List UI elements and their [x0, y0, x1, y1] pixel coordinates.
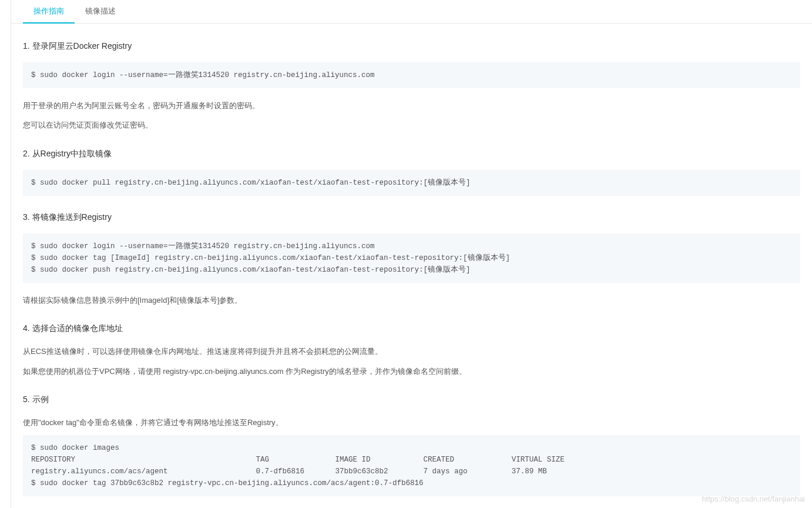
- tab-operation-guide[interactable]: 操作指南: [23, 0, 75, 24]
- section5-code1: $ sudo docker images REPOSITORY TAG IMAG…: [23, 435, 800, 496]
- section4-title: 4. 选择合适的镜像仓库地址: [23, 323, 800, 334]
- section2-title: 2. 从Registry中拉取镜像: [23, 149, 800, 159]
- section5-desc1: 使用"docker tag"命令重命名镜像，并将它通过专有网络地址推送至Regi…: [23, 416, 800, 429]
- section1-title: 1. 登录阿里云Docker Registry: [23, 41, 800, 52]
- tab-bar: 操作指南 镜像描述: [11, 0, 812, 24]
- content-area: 1. 登录阿里云Docker Registry $ sudo docker lo…: [11, 24, 812, 508]
- section1-code: $ sudo docker login --username=一路微笑13145…: [23, 62, 800, 88]
- section1-desc2: 您可以在访问凭证页面修改凭证密码。: [23, 118, 800, 132]
- section5-title: 5. 示例: [23, 395, 800, 405]
- section2-code: $ sudo docker pull registry.cn-beijing.a…: [23, 170, 800, 196]
- section4-desc1: 从ECS推送镜像时，可以选择使用镜像仓库内网地址。推送速度将得到提升并且将不会损…: [23, 345, 800, 358]
- section1-desc1: 用于登录的用户名为阿里云账号全名，密码为开通服务时设置的密码。: [23, 99, 800, 112]
- tab-image-description[interactable]: 镜像描述: [75, 0, 126, 24]
- section3-title: 3. 将镜像推送到Registry: [23, 212, 800, 223]
- section4-desc2: 如果您使用的机器位于VPC网络，请使用 registry-vpc.cn-beij…: [23, 365, 800, 378]
- main-container: 操作指南 镜像描述 1. 登录阿里云Docker Registry $ sudo…: [11, 0, 812, 508]
- section3-code: $ sudo docker login --username=一路微笑13145…: [23, 233, 800, 283]
- section3-desc: 请根据实际镜像信息替换示例中的[ImageId]和[镜像版本号]参数。: [23, 293, 800, 307]
